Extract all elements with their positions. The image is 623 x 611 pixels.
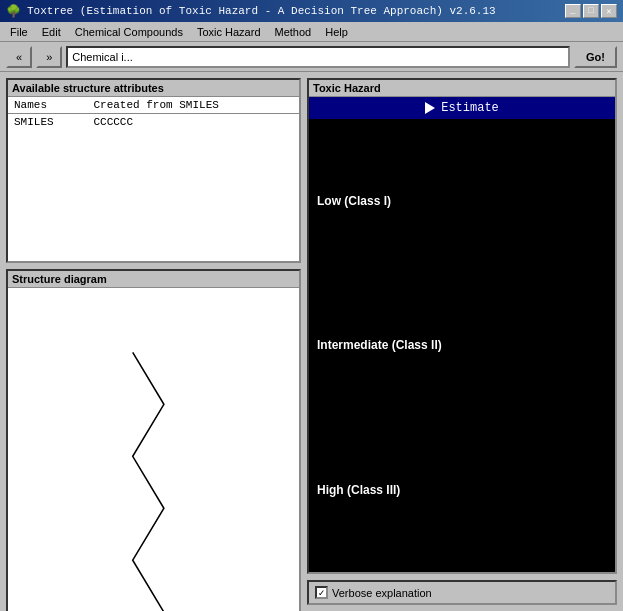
menu-method[interactable]: Method bbox=[269, 25, 318, 39]
structure-svg bbox=[8, 288, 299, 611]
right-panel: Toxic Hazard Estimate Low (Class I) Inte… bbox=[307, 78, 617, 605]
verbose-checkbox[interactable]: ✓ bbox=[315, 586, 328, 599]
attr-col1-header: Names bbox=[8, 97, 87, 114]
hazard-class-high: High (Class III) bbox=[317, 479, 607, 501]
attr-row1-col2: CCCCCC bbox=[87, 114, 299, 131]
maximize-button[interactable]: □ bbox=[583, 4, 599, 18]
main-content: Available structure attributes Names Cre… bbox=[0, 72, 623, 611]
table-row: SMILES CCCCCC bbox=[8, 114, 299, 131]
toxic-hazard-header: Toxic Hazard bbox=[309, 80, 615, 97]
go-button[interactable]: Go! bbox=[574, 46, 617, 68]
toxic-hazard-section: Toxic Hazard Estimate Low (Class I) Inte… bbox=[307, 78, 617, 574]
structure-canvas bbox=[8, 288, 299, 611]
menu-bar: File Edit Chemical Compounds Toxic Hazar… bbox=[0, 22, 623, 42]
compound-input[interactable] bbox=[66, 46, 570, 68]
estimate-label: Estimate bbox=[441, 101, 499, 115]
back-button[interactable]: « bbox=[6, 46, 32, 68]
hazard-classes-area: Low (Class I) Intermediate (Class II) Hi… bbox=[309, 119, 615, 572]
hazard-class-low: Low (Class I) bbox=[317, 190, 607, 212]
structure-header: Structure diagram bbox=[8, 271, 299, 288]
attr-col2-header: Created from SMILES bbox=[87, 97, 299, 114]
close-button[interactable]: ✕ bbox=[601, 4, 617, 18]
minimize-button[interactable]: _ bbox=[565, 4, 581, 18]
menu-file[interactable]: File bbox=[4, 25, 34, 39]
verbose-section: ✓ Verbose explanation bbox=[307, 580, 617, 605]
estimate-play-icon bbox=[425, 102, 435, 114]
toolbar: « » Go! bbox=[0, 42, 623, 72]
attributes-section: Available structure attributes Names Cre… bbox=[6, 78, 301, 263]
menu-edit[interactable]: Edit bbox=[36, 25, 67, 39]
window-controls: _ □ ✕ bbox=[565, 4, 617, 18]
estimate-button[interactable]: Estimate bbox=[309, 97, 615, 119]
attr-row1-col1: SMILES bbox=[8, 114, 87, 131]
menu-help[interactable]: Help bbox=[319, 25, 354, 39]
title-bar: 🌳 Toxtree (Estimation of Toxic Hazard - … bbox=[0, 0, 623, 22]
forward-button[interactable]: » bbox=[36, 46, 62, 68]
attributes-table: Names Created from SMILES SMILES CCCCCC bbox=[8, 97, 299, 130]
menu-toxic-hazard[interactable]: Toxic Hazard bbox=[191, 25, 267, 39]
attributes-header: Available structure attributes bbox=[8, 80, 299, 97]
verbose-label: Verbose explanation bbox=[332, 587, 432, 599]
hazard-class-intermediate: Intermediate (Class II) bbox=[317, 334, 607, 356]
left-panel: Available structure attributes Names Cre… bbox=[6, 78, 301, 605]
app-icon: 🌳 bbox=[6, 4, 21, 19]
structure-section: Structure diagram bbox=[6, 269, 301, 611]
menu-chemical-compounds[interactable]: Chemical Compounds bbox=[69, 25, 189, 39]
window-title: Toxtree (Estimation of Toxic Hazard - A … bbox=[27, 5, 496, 17]
